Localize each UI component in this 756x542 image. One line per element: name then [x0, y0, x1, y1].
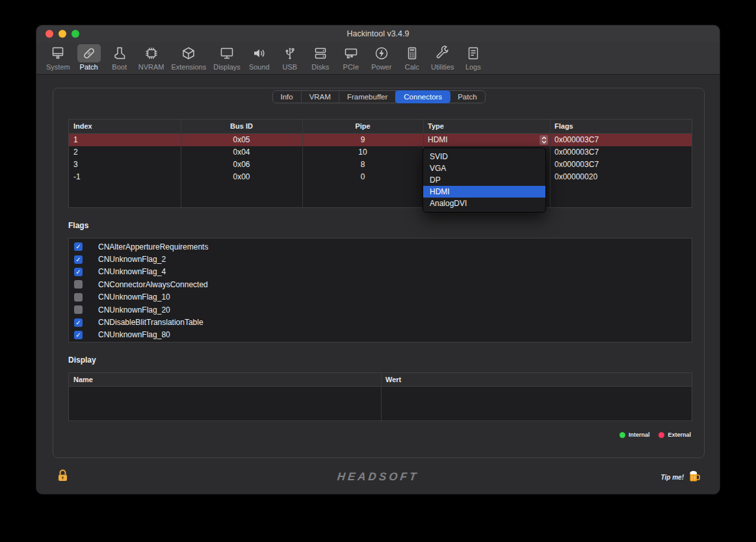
- menu-option-dp[interactable]: DP: [423, 174, 545, 186]
- nvram-chip-icon: [140, 44, 163, 62]
- external-dot-icon: [658, 432, 664, 438]
- connector-row-2[interactable]: 2 0x04 10 0x000003C7: [69, 146, 692, 159]
- toolbar-item-nvram[interactable]: NVRAM: [135, 44, 168, 71]
- toolbar-item-usb[interactable]: USB: [275, 44, 305, 71]
- toolbar-label: Logs: [465, 63, 481, 71]
- toolbar-item-power[interactable]: Power: [367, 44, 397, 71]
- connector-row-3[interactable]: 3 0x06 8 0x000003C7: [69, 159, 692, 171]
- logs-document-icon: [462, 44, 485, 62]
- column-separator: [381, 373, 382, 420]
- cell-bus-id: 0x05: [181, 134, 302, 146]
- menu-option-analogdvi[interactable]: AnalogDVI: [423, 198, 545, 209]
- flag-label: CNUnknownFlag_4: [98, 267, 166, 276]
- cell-index: 3: [69, 159, 181, 171]
- pcie-card-icon: [339, 44, 363, 62]
- cell-index: 2: [69, 146, 181, 159]
- toolbar-item-boot[interactable]: Boot: [105, 44, 135, 71]
- toolbar-item-utilities[interactable]: Utilities: [428, 44, 458, 71]
- beer-icon: [688, 469, 701, 485]
- toolbar-item-displays[interactable]: Displays: [210, 44, 244, 71]
- tab-framebuffer[interactable]: Framebuffer: [339, 91, 396, 103]
- flag-label: CNUnknownFlag_10: [98, 292, 170, 302]
- sound-speaker-icon: [248, 44, 271, 62]
- flag-checkbox[interactable]: [74, 331, 83, 339]
- toolbar-label: Boot: [112, 63, 127, 71]
- flag-checkbox[interactable]: [74, 293, 83, 302]
- flag-label: CNUnknownFlag_2: [98, 255, 166, 264]
- column-header-index: Index: [69, 120, 181, 133]
- toolbar-label: USB: [283, 63, 298, 71]
- external-label: External: [668, 432, 691, 438]
- cell-pipe: 0: [302, 171, 423, 183]
- cell-pipe: 10: [302, 146, 423, 159]
- flag-checkbox[interactable]: [74, 268, 83, 276]
- menu-option-vga[interactable]: VGA: [423, 162, 545, 174]
- toolbar-label: Power: [371, 63, 391, 71]
- flag-checkbox[interactable]: [74, 305, 83, 314]
- toolbar-label: Patch: [80, 63, 98, 71]
- tip-me-button[interactable]: Tip me!: [661, 469, 701, 485]
- toolbar-item-system[interactable]: System: [43, 44, 73, 71]
- display-table-header: Name Wert: [69, 373, 692, 387]
- window-title: Hackintool v3.4.9: [36, 25, 720, 42]
- connectors-table-header: Index Bus ID Pipe Type Flags: [69, 120, 692, 134]
- internal-dot-icon: [619, 432, 625, 438]
- toolbar-label: Sound: [249, 63, 270, 71]
- toolbar-item-patch[interactable]: Patch: [74, 44, 104, 71]
- utilities-wrench-icon: [431, 44, 454, 62]
- flag-checkbox[interactable]: [74, 242, 83, 251]
- displays-monitor-icon: [215, 44, 239, 62]
- toolbar-item-calc[interactable]: Calc: [397, 44, 427, 71]
- flag-row: CNDisableBlitTranslationTable: [69, 316, 692, 328]
- menu-option-hdmi[interactable]: HDMI: [423, 186, 545, 198]
- connector-row-1[interactable]: 1 0x05 9 HDMI 0x000003C7: [69, 134, 692, 146]
- tab-vram[interactable]: VRAM: [302, 91, 339, 103]
- toolbar-item-pcie[interactable]: PCIe: [336, 44, 366, 71]
- connectors-table: Index Bus ID Pipe Type Flags 1 0x05 9 HD…: [68, 119, 692, 208]
- tab-connectors[interactable]: Connectors: [395, 90, 450, 103]
- flag-label: CNDisableBlitTranslationTable: [98, 318, 203, 327]
- cell-pipe: 8: [302, 159, 423, 171]
- toolbar-label: Disks: [311, 63, 329, 71]
- traffic-lights: [46, 30, 79, 38]
- column-header-bus-id: Bus ID: [181, 120, 302, 133]
- tab-info[interactable]: Info: [272, 91, 301, 103]
- toolbar-item-sound[interactable]: Sound: [244, 44, 274, 71]
- display-section-title: Display: [68, 355, 96, 365]
- toolbar: System Patch Boot NVRAM Extensions: [36, 42, 720, 75]
- connector-legend: Internal External: [619, 432, 691, 438]
- framebuffer-panel: Info VRAM Framebuffer Connectors Patch I…: [53, 88, 705, 458]
- system-icon: [46, 44, 70, 62]
- close-button[interactable]: [46, 30, 53, 38]
- type-dropdown-menu: SVID VGA DP HDMI AnalogDVI: [423, 148, 546, 213]
- tip-me-label: Tip me!: [661, 474, 684, 481]
- column-header-type: Type: [423, 120, 550, 133]
- type-popup-value: HDMI: [428, 134, 448, 146]
- cell-index: 1: [69, 134, 181, 146]
- toolbar-item-logs[interactable]: Logs: [458, 44, 488, 71]
- cell-pipe: 9: [302, 134, 423, 146]
- flag-row: CNUnknownFlag_20: [69, 303, 692, 316]
- cell-bus-id: 0x04: [181, 146, 302, 159]
- connector-row-4[interactable]: -1 0x00 0 0x00000020: [69, 171, 692, 183]
- toolbar-item-disks[interactable]: Disks: [306, 44, 335, 71]
- column-header-name: Name: [69, 373, 381, 387]
- toolbar-item-extensions[interactable]: Extensions: [168, 44, 209, 71]
- minimize-button[interactable]: [59, 30, 66, 38]
- cell-flags: 0x000003C7: [550, 134, 692, 146]
- usb-icon: [278, 44, 302, 62]
- internal-label: Internal: [629, 432, 650, 438]
- extensions-package-icon: [177, 44, 200, 62]
- cell-index: -1: [69, 171, 181, 183]
- column-header-pipe: Pipe: [302, 120, 423, 133]
- tab-patch[interactable]: Patch: [450, 91, 484, 103]
- flag-checkbox[interactable]: [74, 318, 83, 327]
- menu-option-svid[interactable]: SVID: [423, 151, 545, 162]
- zoom-button[interactable]: [72, 30, 79, 38]
- flag-checkbox[interactable]: [74, 280, 83, 289]
- cell-flags: 0x000003C7: [550, 146, 692, 159]
- type-popup-button[interactable]: HDMI: [423, 134, 550, 146]
- flag-checkbox[interactable]: [74, 255, 83, 264]
- toolbar-label: Displays: [213, 63, 241, 71]
- flag-row: CNUnknownFlag_2: [69, 253, 692, 265]
